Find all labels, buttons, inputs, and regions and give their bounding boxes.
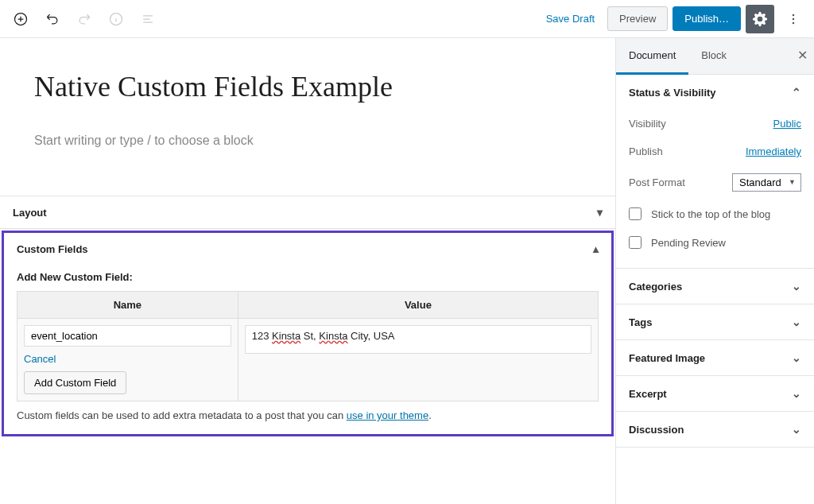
svg-point-3 [793,17,795,20]
plus-circle-icon [13,11,29,27]
tab-block[interactable]: Block [688,38,739,74]
info-icon [108,11,124,27]
chevron-up-icon: ⌃ [792,86,801,99]
chevron-up-icon: ▴ [593,242,599,255]
info-button[interactable] [102,5,130,33]
chevron-down-icon: ⌄ [792,316,801,328]
outline-icon [140,11,156,27]
pending-checkbox-row[interactable]: Pending Review [629,228,801,257]
layout-title: Layout [13,207,47,219]
post-format-label: Post Format [629,176,685,188]
publish-label: Publish [629,145,663,157]
custom-fields-title: Custom Fields [17,243,88,255]
tags-panel-header[interactable]: Tags ⌄ [616,304,814,339]
block-placeholder[interactable]: Start writing or type / to choose a bloc… [34,134,581,148]
chevron-down-icon: ⌄ [792,423,801,436]
chevron-down-icon: ▾ [597,206,603,219]
tab-document[interactable]: Document [616,38,688,75]
post-title[interactable]: Native Custom Fields Example [34,70,581,103]
custom-fields-metabox: Custom Fields ▴ Add New Custom Field: Na… [2,231,614,436]
cf-value-textarea[interactable]: 123 Kinsta St, Kinsta City, USA [245,325,591,354]
more-menu-button[interactable] [779,5,808,33]
visibility-label: Visibility [629,118,666,130]
status-visibility-header[interactable]: Status & Visibility ⌃ [616,75,814,110]
publish-value[interactable]: Immediately [746,145,801,157]
redo-button[interactable] [70,5,99,33]
pending-checkbox[interactable] [629,236,642,249]
undo-button[interactable] [38,5,67,33]
cf-name-input[interactable] [24,325,231,347]
custom-fields-header[interactable]: Custom Fields ▴ [4,233,611,265]
cf-name-header: Name [17,292,238,319]
cf-cancel-link[interactable]: Cancel [24,353,56,365]
chevron-down-icon: ⌄ [792,351,801,364]
preview-button[interactable]: Preview [607,6,668,31]
add-block-button[interactable] [6,5,35,33]
redo-icon [76,11,92,27]
use-in-theme-link[interactable]: use in your theme [347,409,428,421]
custom-field-row: Cancel Add Custom Field 123 Kinsta St, K… [17,319,599,401]
add-custom-field-button[interactable]: Add Custom Field [24,371,126,394]
layout-metabox-header[interactable]: Layout ▾ [0,196,615,228]
discussion-panel-header[interactable]: Discussion ⌄ [616,412,814,447]
close-sidebar-button[interactable]: ✕ [797,48,808,63]
excerpt-panel-header[interactable]: Excerpt ⌄ [616,376,814,411]
cf-value-header: Value [238,292,598,319]
settings-button[interactable] [746,5,774,33]
svg-point-4 [793,21,795,24]
visibility-value[interactable]: Public [773,118,801,130]
vertical-dots-icon [785,11,801,27]
stick-checkbox[interactable] [629,207,642,220]
categories-panel-header[interactable]: Categories ⌄ [616,269,814,304]
gear-icon [752,11,768,27]
chevron-down-icon: ⌄ [792,387,801,400]
svg-point-2 [793,14,795,16]
undo-icon [45,11,60,27]
publish-button[interactable]: Publish… [673,6,741,31]
save-draft-button[interactable]: Save Draft [538,8,603,29]
custom-fields-table: Name Value Cancel Add Custom Field [17,291,599,401]
stick-checkbox-row[interactable]: Stick to the top of the blog [629,200,801,228]
chevron-down-icon: ⌄ [792,280,801,293]
post-format-select[interactable]: Standard [732,173,801,192]
outline-button[interactable] [134,5,162,33]
cf-hint-text: Custom fields can be used to add extra m… [17,409,599,421]
featured-image-panel-header[interactable]: Featured Image ⌄ [616,340,814,375]
add-new-cf-heading: Add New Custom Field: [17,271,599,283]
